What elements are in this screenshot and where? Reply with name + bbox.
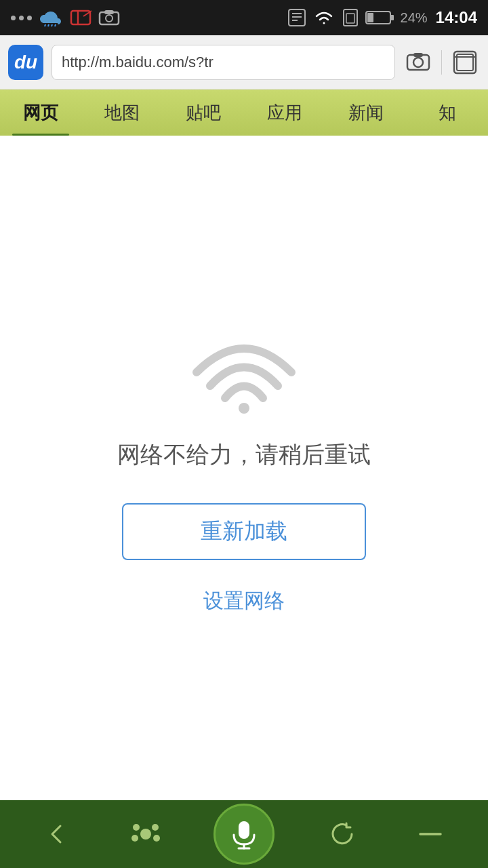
refresh-button[interactable] [322,814,363,854]
baidu-home-button[interactable] [125,814,166,854]
svg-rect-12 [346,14,354,23]
svg-point-22 [239,403,249,414]
dot1 [11,16,16,20]
signal-icon [70,8,92,27]
nav-tabs: 网页 地图 贴吧 应用 新闻 知 [0,90,488,136]
url-input[interactable] [52,45,395,80]
main-content: 网络不给力，请稍后重试 重新加载 设置网络 [0,136,488,800]
sim2-icon [341,8,360,27]
tab-zhidao[interactable]: 知 [407,90,488,136]
svg-line-3 [55,24,56,26]
tab-news[interactable]: 新闻 [325,90,407,136]
tab-tieba[interactable]: 贴吧 [163,90,244,136]
svg-rect-15 [390,15,394,20]
svg-point-26 [131,835,138,842]
cloud-icon [39,8,63,27]
svg-point-25 [152,824,159,831]
mic-button[interactable] [214,804,274,865]
menu-button[interactable] [410,814,451,854]
dot3 [27,16,32,20]
time-display: 14:04 [436,8,477,27]
reload-button[interactable]: 重新加载 [122,503,366,560]
baidu-logo-text: du [14,52,37,73]
status-right: 24% 14:04 [287,8,477,27]
tab-webpage[interactable]: 网页 [0,90,81,136]
dot2 [19,16,24,20]
address-bar: du [0,35,488,90]
svg-line-2 [52,24,52,26]
tab-button[interactable] [450,47,480,77]
svg-rect-28 [239,821,249,839]
battery-text: 24% [401,10,428,26]
svg-point-27 [153,835,160,842]
battery-icon [365,9,395,26]
bottom-bar [0,800,488,868]
svg-point-8 [106,15,113,22]
status-bar: 24% 14:04 [0,0,488,35]
svg-rect-14 [367,13,373,22]
status-dots [11,16,32,20]
sim-icon [287,8,307,27]
baidu-logo[interactable]: du [8,45,43,80]
camera-button[interactable] [403,47,433,77]
svg-point-24 [133,824,140,831]
svg-point-17 [413,58,423,67]
svg-point-23 [140,829,151,840]
camera-status-icon [98,8,120,27]
status-left [11,8,120,27]
svg-line-0 [45,24,45,26]
back-button[interactable] [37,814,78,854]
settings-link[interactable]: 设置网络 [203,587,285,615]
wifi-status-icon [312,8,336,27]
tab-apps[interactable]: 应用 [244,90,325,136]
tab-map[interactable]: 地图 [81,90,163,136]
wifi-error-icon [190,321,298,419]
separator [441,50,442,75]
error-message: 网络不给力，请稍后重试 [117,439,371,471]
svg-line-1 [48,24,49,26]
